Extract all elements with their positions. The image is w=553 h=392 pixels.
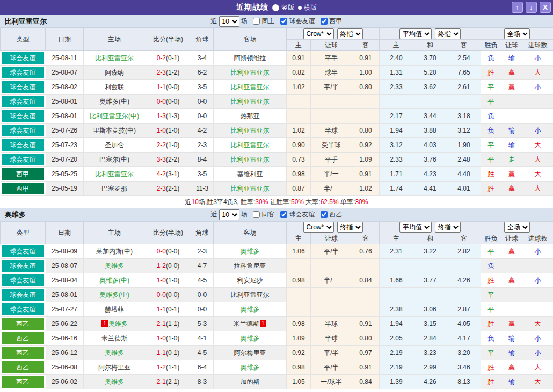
- home-team[interactable]: 奥维多: [84, 259, 145, 273]
- recent-count-select[interactable]: 10: [219, 209, 239, 220]
- scope-select[interactable]: 全场: [504, 28, 530, 39]
- home-team[interactable]: 1奥维多: [84, 317, 145, 331]
- home-team-name: 奥维多(中): [99, 291, 129, 299]
- home-team[interactable]: 比利亚雷亚尔: [84, 51, 145, 66]
- odds-source-select[interactable]: Crow*: [303, 28, 334, 39]
- away-team[interactable]: 拉科鲁尼亚: [214, 259, 287, 273]
- same-venue-checkbox[interactable]: [253, 18, 260, 25]
- home-team[interactable]: 圣加仑: [84, 138, 145, 153]
- europe-time-select[interactable]: 终指: [435, 28, 461, 39]
- move-down-button[interactable]: ↓: [526, 2, 537, 13]
- away-team[interactable]: 比利亚雷亚尔: [214, 153, 287, 167]
- home-team[interactable]: 阿森纳: [84, 66, 145, 80]
- home-team[interactable]: 奥维多: [84, 375, 145, 389]
- home-team[interactable]: 奥维多: [84, 346, 145, 360]
- away-team[interactable]: 比利亚雷亚尔: [214, 80, 287, 95]
- home-team[interactable]: 赫塔菲: [84, 302, 145, 317]
- away-team[interactable]: 阿尔梅里亚: [214, 346, 287, 360]
- layout-radio-vertical[interactable]: 竖版: [272, 3, 294, 12]
- halftime-score: (1-1): [166, 320, 179, 328]
- halftime-score: (1-0): [166, 335, 179, 342]
- scope-select[interactable]: 全场: [504, 222, 530, 233]
- same-venue-checkbox[interactable]: [253, 211, 260, 218]
- odds-time-select[interactable]: 终指: [337, 222, 363, 233]
- asia-handicap: 球半: [311, 66, 352, 80]
- away-team[interactable]: 比利亚雷亚尔: [214, 95, 287, 109]
- corner-score: 4-5: [191, 273, 214, 288]
- europe-draw-odds: 3.23: [413, 346, 447, 360]
- away-team[interactable]: 比利亚雷亚尔: [214, 288, 287, 302]
- recent-count-select[interactable]: 10: [219, 16, 239, 27]
- halftime-score: (1-0): [166, 277, 179, 284]
- result-goals: [522, 95, 553, 109]
- match-score: 2-1(2-1): [145, 375, 191, 389]
- away-team-name: 奥维多: [241, 306, 260, 313]
- away-team[interactable]: 热那亚: [214, 109, 287, 124]
- away-team[interactable]: 阿斯顿维拉: [214, 51, 287, 66]
- home-team[interactable]: 比利亚雷亚尔(中): [84, 109, 145, 124]
- home-team-name: 奥维多: [108, 320, 128, 328]
- result-outcome: 负: [481, 51, 501, 66]
- away-team[interactable]: 利安尼沙: [214, 273, 287, 288]
- away-team[interactable]: 比利亚雷亚尔: [214, 124, 287, 138]
- home-team-name: 奥维多(中): [99, 277, 129, 284]
- odds-time-select[interactable]: 终指: [337, 28, 363, 39]
- home-team[interactable]: 利兹联: [84, 80, 145, 95]
- halftime-score: (0-0): [166, 291, 179, 299]
- asia-handicap: 半/一: [311, 182, 352, 196]
- halftime-score: (0-1): [166, 306, 179, 313]
- close-button[interactable]: X: [540, 2, 551, 13]
- radio-selected-icon: [298, 6, 302, 10]
- europe-source-select[interactable]: 平均值: [399, 222, 432, 233]
- away-team[interactable]: 奥维多: [214, 302, 287, 317]
- competition-checkbox-laliga[interactable]: [321, 18, 328, 25]
- match-score: 1-0(1-0): [145, 273, 191, 288]
- away-team[interactable]: 比利亚雷亚尔: [214, 138, 287, 153]
- asia-handicap: 平手: [311, 153, 352, 167]
- asia-away-odds: [352, 95, 380, 109]
- home-team[interactable]: 里斯本竞技(中): [84, 124, 145, 138]
- league-badge: 球会友谊: [2, 125, 45, 136]
- layout-radio-horizontal[interactable]: 横版: [298, 3, 317, 12]
- away-team[interactable]: 加的斯: [214, 375, 287, 389]
- match-row: 球会友谊25-07-20巴塞尔(中)3-3(2-2)8-4比利亚雷亚尔0.73平…: [1, 153, 553, 167]
- europe-away-odds: 4.01: [447, 182, 481, 196]
- home-team[interactable]: 阿尔梅里亚: [84, 360, 145, 375]
- away-team[interactable]: 比利亚雷亚尔: [214, 182, 287, 196]
- corner-score: 0-0: [191, 288, 214, 302]
- asia-handicap: 平/半: [311, 244, 352, 259]
- asia-away-odds: 0.91: [352, 167, 380, 182]
- competition-checkbox-friendly[interactable]: [280, 211, 287, 218]
- move-up-button[interactable]: ↑: [512, 2, 523, 13]
- home-team[interactable]: 巴塞尔(中): [84, 153, 145, 167]
- away-team[interactable]: 米兰德斯1: [214, 317, 287, 331]
- fulltime-score: 1-0: [157, 127, 166, 134]
- home-team[interactable]: 奥维多(中): [84, 95, 145, 109]
- away-team[interactable]: 塞维利亚: [214, 167, 287, 182]
- away-team[interactable]: 奥维多: [214, 331, 287, 346]
- europe-time-select[interactable]: 终指: [435, 222, 461, 233]
- home-team[interactable]: 奥维多(中): [84, 288, 145, 302]
- match-date: 25-08-04: [46, 273, 84, 288]
- match-row: 球会友谊25-08-01奥维多(中)0-0(0-0)0-0比利亚雷亚尔平: [1, 288, 553, 302]
- result-outcome: 胜: [481, 182, 501, 196]
- home-team[interactable]: 米兰德斯: [84, 331, 145, 346]
- home-team[interactable]: 奥维多(中): [84, 273, 145, 288]
- away-team-name: 比利亚雷亚尔: [231, 156, 270, 163]
- home-team[interactable]: 莱加内斯(中): [84, 244, 145, 259]
- asia-handicap: [311, 109, 352, 124]
- result-goals: 小: [522, 51, 553, 66]
- competition-checkbox-friendly[interactable]: [280, 18, 287, 25]
- home-team[interactable]: 巴塞罗那: [84, 182, 145, 196]
- away-team[interactable]: 奥维多: [214, 244, 287, 259]
- match-score: 0-0(0-0): [145, 244, 191, 259]
- away-team[interactable]: 比利亚雷亚尔: [214, 66, 287, 80]
- asia-away-odds: 0.80: [352, 331, 380, 346]
- home-team[interactable]: 比利亚雷亚尔: [84, 167, 145, 182]
- odds-source-select[interactable]: Crow*: [303, 222, 334, 233]
- away-team[interactable]: 奥维多: [214, 360, 287, 375]
- competition-checkbox-segunda[interactable]: [321, 211, 328, 218]
- summary-text: 62.5%: [321, 198, 339, 206]
- away-team-name: 阿斯顿维拉: [234, 54, 266, 62]
- europe-source-select[interactable]: 平均值: [399, 28, 432, 39]
